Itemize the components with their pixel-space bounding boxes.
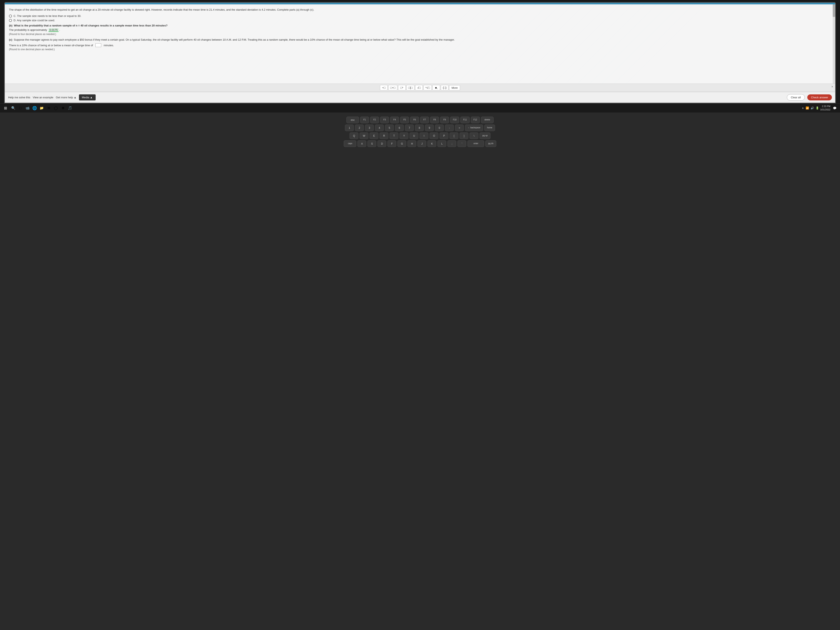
- radio-c[interactable]: [9, 14, 12, 17]
- mail-icon[interactable]: ✉: [46, 105, 52, 111]
- key-o[interactable]: O: [429, 133, 438, 139]
- chevron-up-icon[interactable]: ∧: [802, 106, 804, 110]
- key-quote[interactable]: ': [458, 141, 466, 147]
- key-delete[interactable]: delete: [481, 117, 494, 123]
- key-1[interactable]: 1: [345, 125, 354, 131]
- help-solve-button[interactable]: Help me solve this: [8, 96, 30, 99]
- key-f4[interactable]: F4: [390, 117, 399, 123]
- option-c[interactable]: C. The sample size needs to be less than…: [9, 14, 831, 17]
- key-w[interactable]: W: [360, 133, 368, 139]
- math-btn-dot[interactable]: ■,: [433, 85, 440, 90]
- key-3[interactable]: 3: [365, 125, 374, 131]
- part-c-input[interactable]: [95, 43, 101, 47]
- key-a[interactable]: A: [357, 141, 366, 147]
- search-taskbar-icon[interactable]: 🔍: [10, 105, 16, 111]
- close-toolbar-button[interactable]: ×: [832, 85, 833, 88]
- media-button[interactable]: Media ▲: [79, 95, 96, 100]
- key-t[interactable]: T: [390, 133, 398, 139]
- key-u[interactable]: U: [410, 133, 418, 139]
- volume-icon[interactable]: 🔊: [811, 106, 814, 110]
- option-d-label: D. Any sample size could be used.: [14, 19, 55, 22]
- key-f3[interactable]: F3: [380, 117, 389, 123]
- math-btn-power[interactable]: □ⁿ: [398, 85, 406, 90]
- key-equals[interactable]: =: [455, 125, 464, 131]
- key-y[interactable]: Y: [399, 133, 408, 139]
- key-lbracket[interactable]: [: [450, 133, 458, 139]
- key-j[interactable]: J: [417, 141, 426, 147]
- problem-content: The shape of the distribution of the tim…: [5, 5, 835, 84]
- math-btn-abs[interactable]: □|□: [406, 85, 415, 90]
- math-btn-sqrt[interactable]: √□: [415, 85, 423, 90]
- key-i[interactable]: I: [420, 133, 428, 139]
- teams-icon[interactable]: 📹: [25, 105, 30, 111]
- dropbox-icon[interactable]: ❋: [60, 105, 66, 111]
- battery-icon[interactable]: 🔋: [816, 106, 819, 110]
- key-home[interactable]: home: [485, 125, 495, 131]
- math-btn-frac[interactable]: ÷□: [380, 85, 387, 90]
- key-8[interactable]: 8: [415, 125, 424, 131]
- key-backslash[interactable]: \: [470, 133, 478, 139]
- key-rbracket[interactable]: ]: [459, 133, 468, 139]
- key-7[interactable]: 7: [405, 125, 414, 131]
- key-e[interactable]: E: [369, 133, 378, 139]
- more-help-button[interactable]: Get more help ▲: [56, 96, 76, 99]
- key-6[interactable]: 6: [395, 125, 404, 131]
- key-f10[interactable]: F10: [450, 117, 459, 123]
- key-f8[interactable]: F8: [430, 117, 439, 123]
- key-f12[interactable]: F12: [471, 117, 480, 123]
- more-button[interactable]: More: [449, 85, 460, 90]
- key-f9[interactable]: F9: [440, 117, 449, 123]
- wifi-icon[interactable]: 📶: [805, 106, 809, 110]
- key-caps[interactable]: caps: [344, 141, 356, 147]
- start-button[interactable]: ⊞: [3, 105, 8, 111]
- scrollbar-thumb[interactable]: [833, 5, 835, 17]
- key-0[interactable]: 0: [435, 125, 444, 131]
- key-semicolon[interactable]: ;: [447, 141, 456, 147]
- key-pgup[interactable]: pg up: [480, 133, 490, 139]
- key-9[interactable]: 9: [425, 125, 434, 131]
- key-g[interactable]: G: [398, 141, 406, 147]
- check-answer-button[interactable]: Check answer: [807, 95, 832, 100]
- edge-icon[interactable]: 🌐: [32, 105, 38, 111]
- key-d[interactable]: D: [377, 141, 386, 147]
- option-d[interactable]: D. Any sample size could be used.: [9, 19, 831, 22]
- scrollbar[interactable]: [833, 5, 835, 84]
- radio-d[interactable]: [9, 19, 12, 22]
- key-enter[interactable]: enter: [467, 141, 484, 147]
- key-backspace[interactable]: ← backspace: [465, 125, 483, 131]
- key-4[interactable]: 4: [375, 125, 384, 131]
- key-r[interactable]: R: [380, 133, 388, 139]
- circle-icon[interactable]: ◯: [53, 105, 59, 111]
- key-f11[interactable]: F11: [460, 117, 469, 123]
- key-q[interactable]: Q: [350, 133, 358, 139]
- math-btn-parens[interactable]: (□): [441, 85, 448, 90]
- notification-icon[interactable]: 💬: [832, 105, 837, 111]
- key-5[interactable]: 5: [385, 125, 394, 131]
- key-f1[interactable]: F1: [360, 117, 369, 123]
- explorer-icon[interactable]: 📁: [39, 105, 44, 111]
- key-f7[interactable]: F7: [420, 117, 429, 123]
- key-l[interactable]: L: [437, 141, 446, 147]
- key-f[interactable]: F: [387, 141, 396, 147]
- taskview-icon[interactable]: □: [17, 105, 23, 111]
- view-example-button[interactable]: View an example: [33, 96, 53, 99]
- number-row: esc F1 F2 F3 F4 F5 F6 F7 F8 F9 F10 F11 F…: [6, 117, 834, 123]
- key-minus[interactable]: -: [445, 125, 454, 131]
- asdf-row: caps A S D F G H J K L ; ' enter pg dn: [6, 141, 834, 147]
- system-tray: ∧ 📶 🔊 🔋: [802, 106, 819, 110]
- math-btn-nthroot[interactable]: ⁿ√□: [423, 85, 432, 90]
- key-f6[interactable]: F6: [410, 117, 419, 123]
- taskbar-clock[interactable]: 2:33 PM 3/31/2022: [820, 105, 831, 111]
- clear-all-button[interactable]: Clear all: [787, 94, 805, 101]
- key-f2[interactable]: F2: [370, 117, 379, 123]
- key-k[interactable]: K: [428, 141, 436, 147]
- music-icon[interactable]: 🎵: [67, 105, 73, 111]
- key-pgdn[interactable]: pg dn: [485, 141, 496, 147]
- key-esc[interactable]: esc: [346, 117, 359, 123]
- key-h[interactable]: H: [407, 141, 416, 147]
- math-btn-frac2[interactable]: □÷□: [388, 85, 397, 90]
- key-p[interactable]: P: [440, 133, 448, 139]
- key-s[interactable]: S: [368, 141, 376, 147]
- key-2[interactable]: 2: [355, 125, 364, 131]
- key-f5[interactable]: F5: [400, 117, 409, 123]
